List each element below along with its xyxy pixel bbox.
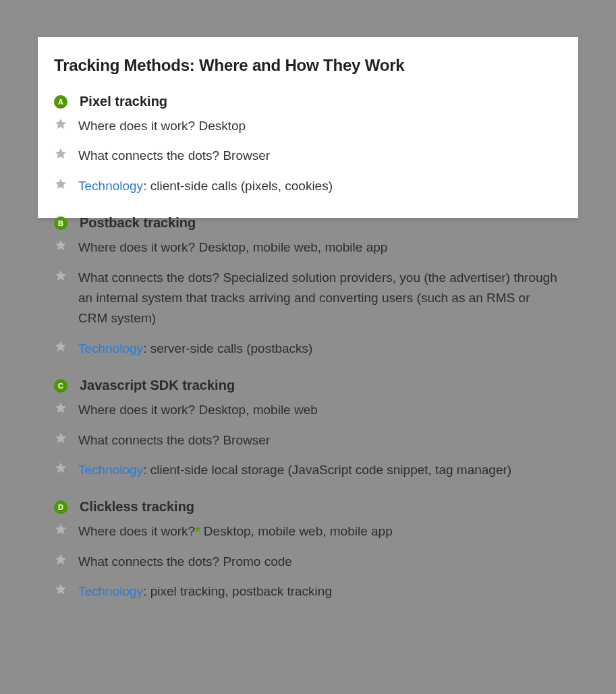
list-item: Technology: server-side calls (postbacks… [54,339,562,359]
section-c: C Javascript SDK tracking Where does it … [54,378,562,480]
row-text: Technology: server-side calls (postbacks… [78,339,312,359]
list-item: What connects the dots? Promo code [54,552,562,572]
row-text: Where does it work? Desktop [78,116,246,136]
star-icon [54,401,67,415]
section-header: D Clickless tracking [54,499,562,515]
section-b: B Postback tracking Where does it work? … [54,215,562,359]
star-icon [54,461,67,475]
row-text: What connects the dots? Browser [78,146,270,166]
star-icon [54,117,67,131]
section-a: A Pixel tracking Where does it work? Des… [54,94,562,196]
page-root: Tracking Methods: Where and How They Wor… [0,0,616,694]
row-text: Technology: client-side calls (pixels, c… [78,176,333,196]
section-header: C Javascript SDK tracking [54,378,562,393]
star-icon [54,340,67,353]
star-icon [54,583,67,596]
list-item: Technology: pixel tracking, postback tra… [54,581,562,602]
row-text: Where does it work? Desktop, mobile web,… [78,237,387,258]
section-badge: A [54,95,67,109]
star-icon [54,177,67,191]
section-badge: D [54,500,67,514]
list-item: What connects the dots? Specialized solu… [54,268,562,329]
section-header: A Pixel tracking [54,94,562,109]
row-text: What connects the dots? Browser [78,430,270,451]
row-text: What connects the dots? Specialized solu… [78,268,562,329]
star-icon [54,553,67,567]
section-title: Postback tracking [80,215,196,231]
section-badge: C [54,379,67,393]
list-item: What connects the dots? Browser [54,146,562,166]
technology-link[interactable]: Technology [78,341,143,355]
section-header: B Postback tracking [54,215,562,231]
row-suffix: Desktop, mobile web, mobile app [200,524,393,538]
row-suffix: : client-side calls (pixels, cookies) [143,179,333,193]
list-item: Technology: client-side local storage (J… [54,460,562,480]
row-text: Technology: pixel tracking, postback tra… [78,581,332,602]
star-icon [54,147,67,161]
row-text: Where does it work? Desktop, mobile web [78,400,318,420]
section-title: Javascript SDK tracking [80,378,235,393]
page-title: Tracking Methods: Where and How They Wor… [54,56,562,75]
technology-link[interactable]: Technology [78,584,143,598]
star-icon [54,239,67,252]
card-container: Tracking Methods: Where and How They Wor… [38,37,578,647]
section-title: Clickless tracking [80,499,194,515]
content-region: Tracking Methods: Where and How They Wor… [38,37,578,647]
list-item: Where does it work? Desktop [54,116,562,136]
row-text: What connects the dots? Promo code [78,552,292,572]
footnote-asterisk: * [195,524,200,538]
row-suffix: : pixel tracking, postback tracking [143,584,332,598]
row-suffix: : server-side calls (postbacks) [143,341,312,355]
star-icon [54,432,67,445]
row-pretext: Where does it work? [78,524,195,538]
star-icon [54,269,67,283]
section-d: D Clickless tracking Where does it work?… [54,499,562,602]
list-item: Where does it work?* Desktop, mobile web… [54,521,562,542]
technology-link[interactable]: Technology [78,179,143,193]
section-title: Pixel tracking [80,94,167,109]
star-icon [54,523,67,536]
row-text: Technology: client-side local storage (J… [78,460,511,480]
list-item: Technology: client-side calls (pixels, c… [54,176,562,196]
list-item: What connects the dots? Browser [54,430,562,451]
card-inner: Tracking Methods: Where and How They Wor… [38,37,578,647]
technology-link[interactable]: Technology [78,463,143,477]
list-item: Where does it work? Desktop, mobile web,… [54,237,562,258]
row-suffix: : client-side local storage (JavaScript … [143,463,511,477]
section-badge: B [54,216,67,230]
row-text: Where does it work?* Desktop, mobile web… [78,521,393,542]
list-item: Where does it work? Desktop, mobile web [54,400,562,420]
